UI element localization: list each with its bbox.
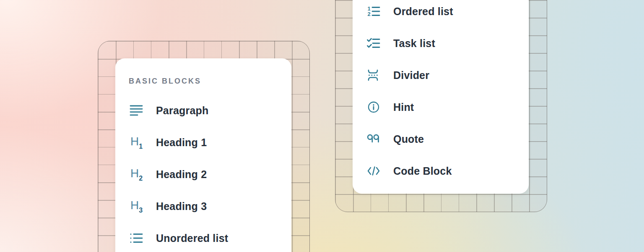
menu-item[interactable]: Hint (353, 91, 529, 123)
heading-2-icon: H2 (129, 168, 144, 181)
svg-text:2: 2 (368, 11, 371, 17)
menu-item-label: Heading 2 (156, 168, 207, 181)
section-label-basic-blocks: BASIC BLOCKS (129, 77, 201, 86)
menu-item-label: Code Block (393, 165, 452, 177)
basic-blocks-item-list: Paragraph H1 Heading 1 H2 Heading 2 H3 H… (115, 94, 291, 252)
menu-item[interactable]: Unordered list (115, 222, 291, 252)
menu-item[interactable]: Paragraph (115, 94, 291, 126)
menu-item-label: Ordered list (393, 5, 453, 18)
menu-item[interactable]: Code Block (353, 155, 529, 187)
menu-item[interactable]: Task list (353, 27, 529, 59)
blocks-item-list: 1 2 Ordered list Task list Divider (353, 0, 529, 187)
menu-item[interactable]: 1 2 Ordered list (353, 0, 529, 27)
task-list-icon (366, 37, 381, 50)
menu-item-label: Divider (393, 69, 429, 81)
blocks-menu-card-right: 1 2 Ordered list Task list Divider (353, 0, 529, 194)
hint-icon (366, 100, 381, 114)
menu-item[interactable]: Quote (353, 123, 529, 155)
menu-item[interactable]: H2 Heading 2 (115, 158, 291, 190)
code-block-icon (366, 164, 381, 178)
unordered-list-icon (129, 231, 144, 245)
menu-item[interactable]: H1 Heading 1 (115, 126, 291, 158)
quote-icon (366, 132, 381, 146)
paragraph-icon (129, 104, 144, 117)
ordered-list-icon: 1 2 (366, 5, 381, 18)
menu-item[interactable]: H3 Heading 3 (115, 190, 291, 222)
menu-item-label: Quote (393, 133, 424, 145)
menu-item-label: Task list (393, 37, 435, 50)
menu-item-label: Paragraph (156, 105, 208, 117)
menu-item-label: Heading 1 (156, 136, 207, 149)
menu-item[interactable]: Divider (353, 59, 529, 91)
heading-1-icon: H1 (129, 136, 144, 149)
menu-item-label: Unordered list (156, 232, 228, 244)
heading-3-icon: H3 (129, 200, 144, 213)
menu-item-label: Hint (393, 101, 414, 113)
divider-icon (366, 68, 381, 82)
basic-blocks-menu-card: BASIC BLOCKS Paragraph H1 Heading 1 H2 H… (115, 58, 291, 252)
menu-item-label: Heading 3 (156, 200, 207, 213)
